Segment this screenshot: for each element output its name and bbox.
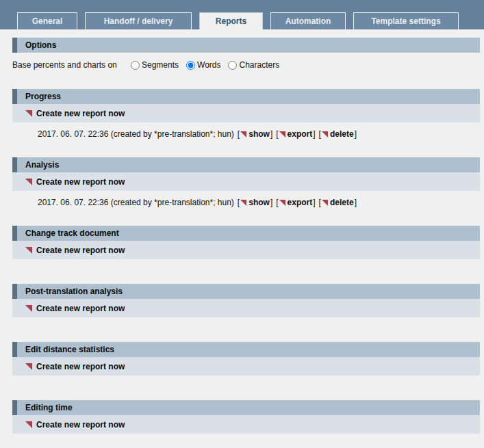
- red-flag-icon: [322, 200, 328, 206]
- report-action-show[interactable]: [show]: [238, 198, 272, 207]
- create-report-label: Create new report now: [36, 362, 125, 371]
- report-action-delete[interactable]: [delete]: [319, 198, 357, 207]
- section-title: Analysis: [25, 160, 59, 170]
- red-flag-icon: [25, 421, 32, 428]
- report-entry: 2017. 06. 07. 22:36 (created by *pre-tra…: [38, 196, 480, 208]
- tab-reports[interactable]: Reports: [199, 12, 263, 29]
- section-header: Change track document: [12, 226, 480, 241]
- section-header: Edit distance statistics: [12, 342, 480, 357]
- reports-tab-content: Options Base percents and charts on Segm…: [0, 29, 484, 434]
- tab-template-settings[interactable]: Template settings: [353, 12, 459, 29]
- tab-bar: General Handoff / delivery Reports Autom…: [0, 0, 484, 29]
- tab-general[interactable]: General: [17, 12, 77, 29]
- radio-words[interactable]: Words: [186, 60, 220, 70]
- create-report-label: Create new report now: [36, 109, 125, 118]
- section-analysis: Analysis Create new report now 2017. 06.…: [12, 157, 480, 208]
- base-percents-label: Base percents and charts on: [12, 60, 131, 70]
- red-flag-icon: [25, 110, 32, 117]
- section-title: Change track document: [25, 228, 119, 238]
- report-action-delete[interactable]: [delete]: [319, 129, 357, 139]
- red-flag-icon: [322, 131, 328, 137]
- red-flag-icon: [25, 363, 32, 370]
- report-action-show[interactable]: [show]: [238, 129, 272, 139]
- section-title: Post-translation analysis: [25, 287, 123, 296]
- create-report-label: Create new report now: [36, 304, 125, 313]
- radio-words-input[interactable]: [186, 61, 195, 70]
- radio-words-label: Words: [197, 60, 220, 70]
- radio-segments[interactable]: Segments: [131, 60, 179, 70]
- section-title: Editing time: [25, 403, 73, 412]
- red-flag-icon: [240, 200, 246, 206]
- section-header: Editing time: [12, 400, 480, 415]
- create-report-link[interactable]: Create new report now: [12, 357, 480, 375]
- create-report-label: Create new report now: [36, 246, 125, 255]
- red-flag-icon: [25, 247, 32, 254]
- report-created-text: 2017. 06. 07. 22:36 (created by *pre-tra…: [38, 129, 234, 139]
- options-header: Options: [12, 38, 480, 53]
- section-post-translation-analysis: Post-translation analysis Create new rep…: [12, 284, 480, 317]
- section-title: Progress: [25, 92, 61, 101]
- create-report-link[interactable]: Create new report now: [12, 104, 480, 122]
- create-report-label: Create new report now: [36, 420, 125, 430]
- report-action-export[interactable]: [export]: [276, 129, 315, 139]
- options-section: Options Base percents and charts on Segm…: [12, 38, 480, 73]
- radio-segments-label: Segments: [142, 60, 179, 70]
- section-title: Edit distance statistics: [25, 345, 114, 354]
- tab-handoff-delivery[interactable]: Handoff / delivery: [85, 12, 192, 29]
- create-report-link[interactable]: Create new report now: [12, 241, 480, 259]
- create-report-label: Create new report now: [36, 177, 125, 187]
- radio-segments-input[interactable]: [131, 61, 140, 70]
- section-progress: Progress Create new report now 2017. 06.…: [12, 89, 480, 140]
- report-action-export[interactable]: [export]: [276, 198, 315, 207]
- create-report-link[interactable]: Create new report now: [12, 172, 480, 191]
- create-report-link[interactable]: Create new report now: [12, 299, 480, 317]
- report-entry: 2017. 06. 07. 22:36 (created by *pre-tra…: [38, 128, 480, 140]
- tab-automation[interactable]: Automation: [270, 12, 346, 29]
- red-flag-icon: [279, 200, 285, 206]
- section-header: Post-translation analysis: [12, 284, 480, 299]
- red-flag-icon: [240, 131, 246, 137]
- base-percents-row: Base percents and charts on Segments Wor…: [12, 57, 480, 73]
- options-title: Options: [25, 40, 56, 50]
- section-editing-time: Editing time Create new report now: [12, 400, 480, 434]
- section-change-track-document: Change track document Create new report …: [12, 226, 480, 259]
- section-header: Analysis: [12, 157, 480, 172]
- radio-characters-label: Characters: [239, 60, 279, 70]
- report-created-text: 2017. 06. 07. 22:36 (created by *pre-tra…: [38, 198, 234, 207]
- create-report-link[interactable]: Create new report now: [12, 415, 480, 434]
- radio-characters-input[interactable]: [228, 61, 237, 70]
- section-edit-distance-statistics: Edit distance statistics Create new repo…: [12, 342, 480, 375]
- red-flag-icon: [279, 131, 285, 137]
- section-header: Progress: [12, 89, 480, 104]
- red-flag-icon: [25, 305, 32, 312]
- radio-characters[interactable]: Characters: [228, 60, 279, 70]
- red-flag-icon: [25, 179, 32, 185]
